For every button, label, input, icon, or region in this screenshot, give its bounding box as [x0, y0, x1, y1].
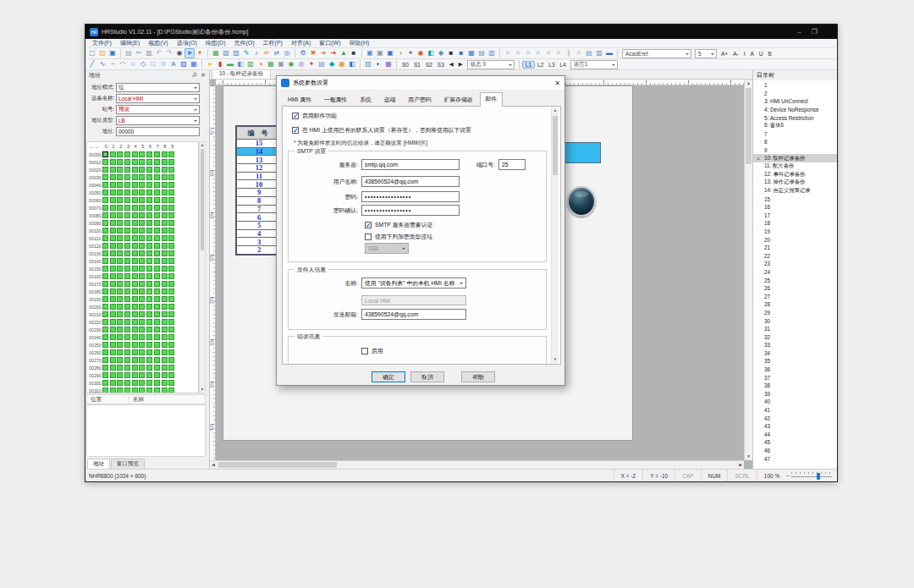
- dialog-tab-1[interactable]: 一般属性: [318, 93, 353, 107]
- bit-cell[interactable]: [102, 342, 108, 348]
- bit-cell[interactable]: [102, 190, 108, 195]
- bit-cell[interactable]: [162, 327, 168, 332]
- bit-cell[interactable]: [162, 365, 168, 371]
- save-icon[interactable]: ▣: [107, 48, 118, 58]
- bit-cell[interactable]: [146, 190, 152, 195]
- bit-cell[interactable]: [117, 296, 123, 302]
- tree-item-29[interactable]: 29: [753, 309, 837, 317]
- tree-item-44[interactable]: 44: [753, 431, 837, 439]
- bit-cell[interactable]: [117, 349, 123, 355]
- bit-cell[interactable]: [110, 319, 116, 325]
- bit-cell[interactable]: [162, 190, 168, 195]
- pencil-icon[interactable]: ✏: [262, 48, 272, 58]
- menu-item-2[interactable]: 视图(V): [144, 39, 172, 47]
- brush-icon[interactable]: ✎: [241, 48, 251, 58]
- bit-cell[interactable]: [117, 228, 123, 234]
- bit-cell[interactable]: [110, 235, 116, 241]
- bit-cell[interactable]: [132, 349, 138, 355]
- copy-blue-icon[interactable]: ▤: [476, 48, 487, 58]
- bit-cell[interactable]: [168, 159, 174, 165]
- print-icon[interactable]: ▤: [124, 48, 134, 58]
- bit-cell[interactable]: [139, 151, 145, 157]
- bit-cell[interactable]: [124, 258, 130, 264]
- bit-cell[interactable]: [162, 250, 168, 256]
- align-center-icon[interactable]: ≡: [513, 48, 523, 58]
- error-enable-checkbox-row[interactable]: 启用: [361, 347, 383, 355]
- bit-cell[interactable]: [154, 197, 160, 203]
- tree-item-10[interactable]: >10: 取样记录备份: [753, 154, 837, 162]
- bit-cell[interactable]: [117, 311, 123, 317]
- bit-cell[interactable]: [146, 380, 152, 386]
- scroll-up-icon[interactable]: ▲: [746, 80, 751, 87]
- bit-cell[interactable]: [110, 190, 116, 195]
- meter-icon[interactable]: ◑: [256, 59, 266, 69]
- font-button-b[interactable]: B: [766, 51, 774, 57]
- bit-cell[interactable]: [168, 372, 174, 378]
- layer-button-l1[interactable]: L1: [522, 61, 535, 69]
- star-icon[interactable]: ☆: [158, 59, 168, 69]
- user-icon[interactable]: ✦: [405, 48, 416, 58]
- tree-item-3[interactable]: 3: HMI UnConnect: [753, 97, 837, 106]
- field-select-2[interactable]: 预设: [116, 105, 200, 114]
- bit-cell[interactable]: [132, 235, 138, 241]
- bit-cell[interactable]: [139, 205, 145, 211]
- bar-icon[interactable]: ▥: [245, 59, 256, 69]
- menu-item-4[interactable]: 绘图(D): [201, 39, 230, 47]
- bit-cell[interactable]: [139, 372, 145, 378]
- bit-cell[interactable]: [168, 380, 174, 386]
- scroll-up-icon[interactable]: ▲: [552, 107, 559, 114]
- book-blue-icon[interactable]: ■: [456, 48, 466, 58]
- bit-cell[interactable]: [132, 182, 138, 188]
- bit-cell[interactable]: [168, 311, 174, 317]
- bit-cell[interactable]: [154, 296, 160, 302]
- bit-cell[interactable]: [146, 205, 152, 211]
- bit-cell[interactable]: [110, 289, 116, 294]
- username-input[interactable]: 438590524@qq.com: [361, 176, 460, 187]
- tree-item-47[interactable]: 47: [753, 454, 837, 463]
- tree-item-13[interactable]: 13: 操作记录备份: [753, 179, 837, 187]
- bit-cell[interactable]: [154, 266, 160, 272]
- bit-cell[interactable]: [132, 342, 138, 348]
- scroll-down-icon[interactable]: ▼: [200, 387, 205, 393]
- bit-cell[interactable]: [154, 380, 160, 386]
- bit-cell[interactable]: [132, 258, 138, 264]
- font-button-u[interactable]: U: [757, 51, 766, 57]
- bit-cell[interactable]: [154, 372, 160, 378]
- bit-cell[interactable]: [110, 281, 116, 287]
- bit-cell[interactable]: [146, 197, 152, 203]
- bit-cell[interactable]: [102, 365, 108, 371]
- redo-icon[interactable]: ↷: [164, 48, 174, 58]
- bit-cell[interactable]: [124, 212, 130, 218]
- bit-cell[interactable]: [162, 281, 168, 287]
- table-row[interactable]: 3: [237, 237, 281, 245]
- bit-cell[interactable]: [124, 281, 130, 287]
- bit-cell[interactable]: [110, 372, 116, 378]
- menu-item-6[interactable]: 工程(P): [259, 39, 287, 47]
- tree-item-39[interactable]: 39: [753, 390, 837, 398]
- bit-cell[interactable]: [102, 380, 108, 386]
- bit-cell[interactable]: [117, 159, 123, 165]
- state-combo[interactable]: 状态 0: [467, 60, 515, 69]
- bit-cell[interactable]: [168, 296, 174, 302]
- bit-cell[interactable]: [168, 266, 174, 272]
- bit-cell[interactable]: [124, 365, 130, 371]
- trend-icon[interactable]: ▦: [266, 59, 276, 69]
- bit-cell[interactable]: [102, 273, 108, 279]
- bit-cell[interactable]: [168, 342, 174, 348]
- bit-cell[interactable]: [139, 349, 145, 355]
- bit-cell[interactable]: [124, 151, 130, 157]
- bit-cell[interactable]: [124, 380, 130, 386]
- password-input[interactable]: ••••••••••••••••: [361, 191, 460, 202]
- bit-cell[interactable]: [110, 296, 116, 302]
- enable-mail-checkbox[interactable]: [292, 113, 299, 119]
- bit-cell[interactable]: [110, 349, 116, 355]
- bit-cell[interactable]: [162, 174, 168, 180]
- bit-cell[interactable]: [110, 174, 116, 180]
- bit-cell[interactable]: [110, 151, 116, 157]
- panel-tab-0[interactable]: 地址: [87, 459, 110, 469]
- tree-item-16[interactable]: 16: [753, 203, 837, 212]
- bulb-icon[interactable]: ●: [205, 59, 215, 69]
- bit-cell[interactable]: [146, 174, 152, 180]
- tree-item-45[interactable]: 45: [753, 438, 837, 447]
- new-file-icon[interactable]: ▢: [87, 48, 97, 58]
